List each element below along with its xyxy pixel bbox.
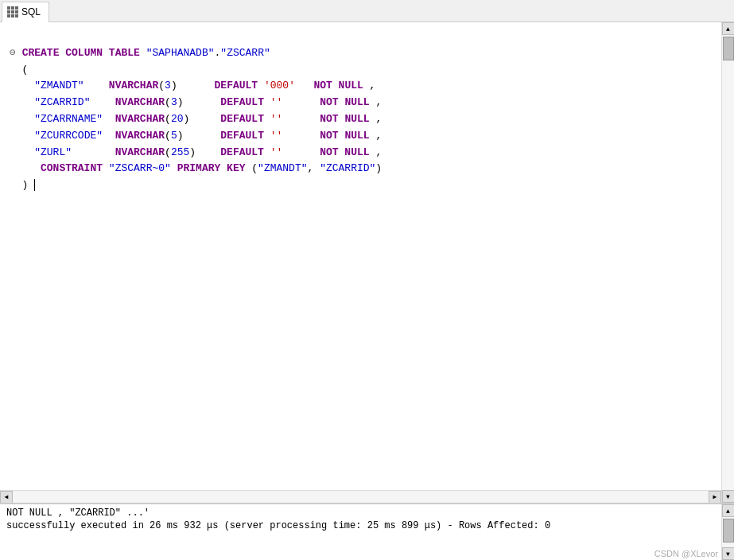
status-vscroll-down[interactable]: ▼ [722, 547, 735, 560]
vscroll-up-button[interactable]: ▲ [722, 22, 735, 35]
tab-bar: SQL [0, 0, 734, 22]
collapse-icon[interactable]: ⊖ [10, 47, 16, 59]
hscroll-track[interactable] [13, 491, 709, 504]
status-bar: NOT NULL , "ZCARRID" ...' successfully e… [0, 503, 734, 560]
horizontal-scrollbar[interactable]: ◀ ▶ [0, 490, 721, 503]
status-line2: successfully executed in 26 ms 932 μs (s… [6, 520, 728, 531]
vscroll-thumb[interactable] [723, 37, 734, 60]
status-vscroll[interactable]: ▲ ▼ [721, 504, 734, 560]
status-vscroll-thumb[interactable] [723, 519, 734, 542]
editor-container: ⊖ CREATE COLUMN TABLE "SAPHANADB"."ZSCAR… [0, 22, 734, 503]
status-line1: NOT NULL , "ZCARRID" ...' [6, 508, 728, 519]
vscroll-down-button[interactable]: ▼ [722, 490, 735, 503]
editor-content: ⊖ CREATE COLUMN TABLE "SAPHANADB"."ZSCAR… [0, 22, 721, 217]
status-vscroll-track[interactable] [722, 517, 735, 547]
grid-icon [7, 6, 18, 18]
editor-scroll-area[interactable]: ⊖ CREATE COLUMN TABLE "SAPHANADB"."ZSCAR… [0, 22, 721, 490]
watermark: CSDN @XLevor [654, 549, 718, 558]
hscroll-left-button[interactable]: ◀ [0, 491, 13, 504]
vscroll-track[interactable] [722, 35, 735, 490]
tab-label: SQL [21, 6, 41, 18]
status-vscroll-up[interactable]: ▲ [722, 504, 735, 517]
sql-tab[interactable]: SQL [2, 2, 49, 22]
vertical-scrollbar[interactable]: ▲ ▼ [721, 22, 734, 503]
hscroll-right-button[interactable]: ▶ [709, 491, 721, 504]
